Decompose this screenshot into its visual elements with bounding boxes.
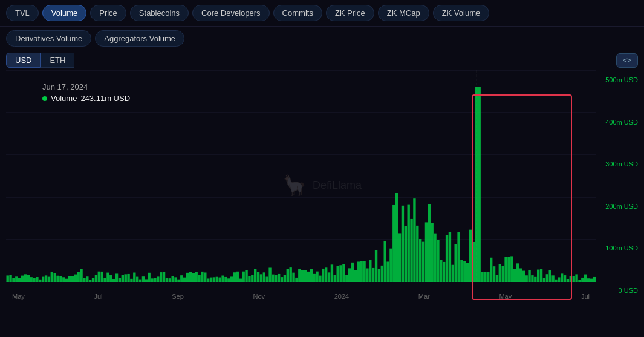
x-axis-label: 2024 (334, 293, 349, 300)
svg-rect-128 (366, 268, 368, 282)
svg-rect-108 (307, 272, 310, 282)
x-axis-label: Sep (172, 293, 184, 300)
svg-rect-125 (357, 261, 360, 282)
svg-rect-112 (319, 276, 321, 282)
svg-rect-195 (564, 275, 566, 282)
svg-rect-80 (224, 277, 227, 282)
svg-rect-33 (86, 276, 88, 282)
embed-button[interactable]: <> (616, 53, 638, 68)
svg-rect-52 (142, 276, 145, 282)
svg-rect-186 (537, 270, 539, 282)
tab-commits[interactable]: Commits (273, 5, 322, 21)
svg-rect-19 (45, 275, 47, 282)
svg-rect-27 (68, 276, 71, 282)
svg-rect-28 (71, 276, 74, 282)
tab-derivatives-volume[interactable]: Derivatives Volume (6, 30, 91, 47)
svg-rect-190 (549, 270, 551, 282)
svg-rect-95 (268, 267, 271, 282)
svg-rect-147 (422, 242, 424, 282)
svg-rect-75 (210, 278, 212, 282)
svg-rect-133 (381, 266, 383, 282)
svg-rect-132 (378, 269, 380, 282)
tab-aggregators-volume[interactable]: Aggregators Volume (95, 30, 184, 47)
svg-rect-138 (395, 193, 398, 282)
tab-zk-price[interactable]: ZK Price (326, 5, 374, 21)
svg-rect-15 (33, 278, 35, 282)
tab-zk-mcap[interactable]: ZK MCap (378, 5, 429, 21)
svg-rect-59 (163, 272, 165, 282)
svg-rect-102 (290, 267, 292, 282)
svg-rect-105 (298, 269, 301, 282)
svg-rect-14 (30, 277, 33, 282)
svg-rect-123 (351, 263, 354, 282)
svg-rect-41 (109, 275, 112, 282)
svg-rect-18 (42, 277, 44, 282)
svg-rect-49 (133, 273, 135, 282)
svg-rect-54 (148, 273, 151, 282)
svg-rect-60 (166, 278, 168, 282)
svg-rect-72 (201, 272, 203, 282)
svg-rect-126 (360, 261, 363, 282)
svg-rect-68 (189, 272, 192, 282)
svg-rect-180 (519, 268, 522, 282)
chart-area: Jun 17, 2024 Volume 243.11m USD 500m USD… (6, 70, 638, 300)
svg-rect-92 (260, 274, 262, 282)
svg-rect-98 (278, 274, 280, 282)
tab-core-developers[interactable]: Core Developers (192, 5, 270, 21)
svg-rect-30 (77, 272, 80, 282)
svg-rect-96 (272, 275, 274, 282)
x-axis-label: Jul (94, 293, 102, 300)
svg-rect-16 (36, 277, 38, 282)
svg-rect-106 (301, 270, 304, 282)
svg-rect-204 (590, 279, 593, 282)
svg-rect-177 (510, 256, 513, 282)
currency-usd[interactable]: USD (6, 53, 41, 68)
svg-rect-121 (345, 275, 348, 282)
svg-rect-56 (154, 278, 156, 282)
svg-rect-188 (543, 278, 545, 282)
svg-rect-100 (284, 275, 286, 282)
svg-rect-171 (493, 266, 495, 282)
x-axis-label: May (12, 293, 25, 300)
tab-zk-volume[interactable]: ZK Volume (433, 5, 490, 21)
svg-rect-38 (101, 272, 103, 282)
svg-rect-114 (325, 267, 327, 282)
y-axis: 500m USD400m USD300m USD200m USD100m USD… (596, 70, 638, 300)
svg-rect-199 (575, 274, 577, 282)
svg-rect-159 (457, 232, 460, 282)
svg-rect-139 (398, 233, 401, 282)
svg-rect-31 (80, 269, 82, 282)
svg-rect-169 (487, 272, 489, 282)
svg-rect-158 (455, 244, 457, 282)
svg-rect-193 (558, 277, 560, 282)
tab-stablecoins[interactable]: Stablecoins (130, 5, 189, 21)
svg-rect-175 (504, 257, 507, 282)
svg-rect-185 (534, 277, 536, 282)
tab-price[interactable]: Price (90, 5, 126, 21)
svg-rect-182 (525, 275, 528, 282)
svg-rect-34 (89, 280, 91, 282)
svg-rect-88 (248, 276, 250, 282)
svg-rect-113 (322, 269, 324, 282)
svg-rect-78 (219, 278, 221, 282)
svg-rect-24 (59, 276, 62, 282)
svg-rect-156 (449, 232, 451, 282)
svg-rect-119 (339, 265, 342, 282)
svg-rect-145 (416, 226, 418, 282)
svg-rect-13 (27, 275, 30, 282)
svg-rect-43 (115, 273, 118, 282)
y-axis-label: 400m USD (596, 119, 638, 126)
svg-rect-161 (463, 261, 466, 282)
svg-rect-142 (408, 205, 410, 282)
y-axis-label: 0 USD (596, 287, 638, 294)
svg-rect-140 (402, 206, 404, 282)
svg-rect-35 (92, 278, 94, 282)
svg-rect-10 (18, 278, 21, 282)
tab-volume[interactable]: Volume (42, 5, 86, 21)
svg-rect-110 (313, 274, 316, 282)
y-axis-label: 100m USD (596, 244, 638, 252)
tab-tvl[interactable]: TVL (6, 5, 39, 21)
svg-rect-21 (51, 272, 53, 282)
currency-eth[interactable]: ETH (41, 53, 74, 68)
svg-rect-97 (275, 275, 277, 282)
